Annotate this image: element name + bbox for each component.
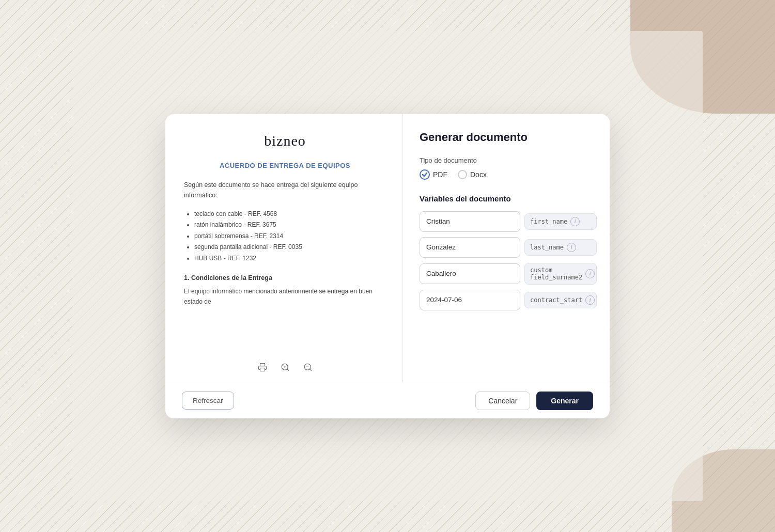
list-item: HUB USB - REF. 1232 [194, 253, 386, 264]
variable-input-contract-start[interactable] [420, 290, 520, 310]
pdf-option[interactable]: PDF [420, 169, 447, 180]
variables-list: first_name last_name [420, 211, 593, 370]
list-item: segunda pantalla adicional - REF. 0035 [194, 242, 386, 253]
docx-option[interactable]: Docx [458, 170, 487, 179]
print-icon[interactable] [255, 360, 270, 374]
zoom-out-icon[interactable] [301, 360, 315, 374]
pdf-radio[interactable] [420, 169, 430, 180]
variable-tag-text-surname2: custom field_surname2 [530, 267, 582, 281]
variable-row-surname2: custom field_surname2 [420, 263, 593, 285]
info-icon-contract-start[interactable] [585, 295, 595, 305]
bizneo-logo: bizneo [184, 133, 386, 149]
docx-label: Docx [470, 170, 487, 179]
logo-text: bizneo [264, 133, 306, 149]
variable-input-surname2[interactable] [420, 263, 520, 284]
list-item: portátil sobremensa - REF. 2314 [194, 231, 386, 242]
info-icon-surname2[interactable] [585, 269, 595, 278]
svg-line-2 [287, 369, 288, 370]
document-intro: Según este documento se hace entrega del… [184, 180, 386, 200]
section-title: 1. Condiciones de la Entrega [184, 274, 386, 281]
section-text: El equipo informático mencionado anterio… [184, 287, 386, 306]
generar-button[interactable]: Generar [536, 392, 593, 410]
document-preview: bizneo ACUERDO DE ENTREGA DE EQUIPOS Seg… [165, 114, 403, 383]
variable-row-first-name: first_name [420, 211, 593, 232]
zoom-in-icon[interactable] [278, 360, 292, 374]
variable-tag-surname2: custom field_surname2 [524, 263, 597, 285]
document-title: ACUERDO DE ENTREGA DE EQUIPOS [184, 162, 386, 169]
variable-tag-contract-start: contract_start [524, 292, 597, 308]
variable-tag-last-name: last_name [524, 239, 597, 256]
list-item: teclado con cable - REF. 4568 [194, 209, 386, 220]
doc-type-radio-group: PDF Docx [420, 169, 593, 180]
doc-type-label: Tipo de documento [420, 157, 593, 164]
equipment-list: teclado con cable - REF. 4568 ratón inal… [184, 209, 386, 264]
svg-line-6 [309, 369, 311, 370]
info-icon-first-name[interactable] [570, 217, 580, 226]
variable-tag-text-last-name: last_name [530, 244, 564, 251]
variables-title: Variables del documento [420, 194, 593, 203]
footer-right: Cancelar Generar [475, 392, 593, 410]
modal-dialog: bizneo ACUERDO DE ENTREGA DE EQUIPOS Seg… [165, 114, 610, 418]
refrescar-button[interactable]: Refrescar [182, 392, 234, 410]
variable-tag-text-first-name: first_name [530, 218, 567, 225]
modal-body: bizneo ACUERDO DE ENTREGA DE EQUIPOS Seg… [165, 114, 610, 383]
modal-overlay: bizneo ACUERDO DE ENTREGA DE EQUIPOS Seg… [0, 0, 775, 532]
variable-tag-text-contract-start: contract_start [530, 296, 582, 304]
modal-footer: Refrescar Cancelar Generar [165, 383, 610, 418]
pdf-label: PDF [433, 170, 447, 179]
variable-row-last-name: last_name [420, 237, 593, 258]
list-item: ratón inalámbrico - REF. 3675 [194, 220, 386, 231]
generate-panel: Generar documento Tipo de documento PDF [403, 114, 610, 383]
variable-row-contract-start: contract_start [420, 290, 593, 310]
variable-input-first-name[interactable] [420, 211, 520, 232]
cancelar-button[interactable]: Cancelar [475, 392, 530, 410]
info-icon-last-name[interactable] [567, 243, 576, 252]
document-toolbar [184, 354, 386, 374]
svg-rect-0 [260, 368, 265, 371]
variable-input-last-name[interactable] [420, 237, 520, 258]
generate-title: Generar documento [420, 131, 593, 144]
docx-radio[interactable] [458, 170, 467, 179]
variable-tag-first-name: first_name [524, 213, 597, 230]
